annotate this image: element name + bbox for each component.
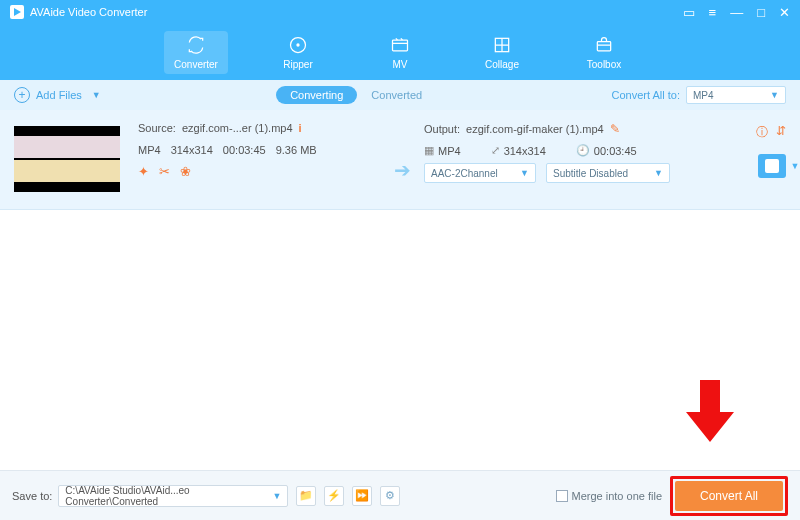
tab-label: MV	[393, 59, 408, 70]
chevron-down-icon: ▼	[92, 90, 101, 100]
window-close[interactable]: ✕	[779, 6, 790, 19]
save-path-select[interactable]: C:\AVAide Studio\AVAid...eo Converter\Co…	[58, 485, 288, 507]
chevron-down-icon: ▼	[654, 168, 663, 178]
trim-icon[interactable]: ✂	[159, 164, 170, 179]
audio-value: AAC-2Channel	[431, 168, 498, 179]
toolbox-icon	[594, 35, 614, 55]
subtitle-select[interactable]: Subtitle Disabled ▼	[546, 163, 670, 183]
source-duration: 00:03:45	[223, 144, 266, 156]
app-title: AVAide Video Converter	[30, 6, 683, 18]
chevron-down-icon: ▼	[272, 491, 281, 501]
plus-icon: +	[14, 87, 30, 103]
expand-icon: ⤢	[491, 144, 500, 157]
save-to-label: Save to:	[12, 490, 52, 502]
source-format: MP4	[138, 144, 161, 156]
subtitle-value: Subtitle Disabled	[553, 168, 628, 179]
merge-checkbox[interactable]	[556, 490, 568, 502]
feedback-icon[interactable]: ▭	[683, 6, 695, 19]
add-files-label: Add Files	[36, 89, 82, 101]
tab-collage[interactable]: Collage	[470, 31, 534, 74]
video-icon: ▦	[424, 144, 434, 157]
tab-converter[interactable]: Converter	[164, 31, 228, 74]
convert-all-to-value: MP4	[693, 90, 714, 101]
source-dimensions: 314x314	[171, 144, 213, 156]
output-dimensions: 314x314	[504, 145, 546, 157]
output-label: Output:	[424, 123, 460, 135]
tab-mv[interactable]: MV	[368, 31, 432, 74]
tab-label: Converter	[174, 59, 218, 70]
chevron-down-icon: ▼	[520, 168, 529, 178]
output-duration: 00:03:45	[594, 145, 637, 157]
info-icon[interactable]: ⓘ	[756, 124, 768, 141]
file-card: Source: ezgif.com-...er (1).mp4 i MP4 31…	[0, 110, 800, 210]
add-files-button[interactable]: + Add Files ▼	[14, 87, 101, 103]
source-filename: ezgif.com-...er (1).mp4	[182, 122, 293, 134]
tab-label: Collage	[485, 59, 519, 70]
clock-icon: 🕘	[576, 144, 590, 157]
window-minimize[interactable]: —	[730, 6, 743, 19]
window-maximize[interactable]: □	[757, 6, 765, 19]
output-format-button[interactable]	[758, 154, 786, 178]
source-size: 9.36 MB	[276, 144, 317, 156]
ripper-icon	[288, 35, 308, 55]
open-folder-button[interactable]: 📁	[296, 486, 316, 506]
edit-icon[interactable]: ✎	[610, 122, 620, 136]
mv-icon	[390, 35, 410, 55]
info-icon[interactable]: i	[299, 122, 302, 134]
svg-point-2	[296, 43, 299, 46]
converter-icon	[186, 35, 206, 55]
convert-all-to-select[interactable]: MP4 ▼	[686, 86, 786, 104]
convert-all-button[interactable]: Convert All	[675, 481, 783, 511]
enhance-icon[interactable]: ❀	[180, 164, 191, 179]
svg-marker-0	[14, 8, 21, 16]
merge-label: Merge into one file	[572, 490, 663, 502]
save-path-value: C:\AVAide Studio\AVAid...eo Converter\Co…	[65, 485, 272, 507]
convert-all-highlight: Convert All	[670, 476, 788, 516]
menu-icon[interactable]: ≡	[709, 6, 717, 19]
compress-icon[interactable]: ⇵	[776, 124, 786, 141]
output-filename: ezgif.com-gif-maker (1).mp4	[466, 123, 604, 135]
svg-rect-3	[393, 40, 408, 51]
tab-label: Ripper	[283, 59, 312, 70]
convert-all-to-label: Convert All to:	[612, 89, 680, 101]
source-label: Source:	[138, 122, 176, 134]
audio-select[interactable]: AAC-2Channel ▼	[424, 163, 536, 183]
gpu-accel-button[interactable]: ⚡	[324, 486, 344, 506]
app-logo	[10, 5, 24, 19]
output-format: MP4	[438, 145, 461, 157]
effects-icon[interactable]: ✦	[138, 164, 149, 179]
video-thumbnail[interactable]	[14, 126, 120, 192]
chevron-down-icon: ▼	[770, 90, 779, 100]
tab-toolbox[interactable]: Toolbox	[572, 31, 636, 74]
output-format-dropdown[interactable]: ▼	[790, 154, 800, 178]
collage-icon	[492, 35, 512, 55]
tab-label: Toolbox	[587, 59, 621, 70]
tab-ripper[interactable]: Ripper	[266, 31, 330, 74]
subtab-converted[interactable]: Converted	[357, 86, 436, 104]
arrow-right-icon: ➔	[394, 158, 411, 182]
svg-rect-5	[597, 41, 610, 50]
high-speed-button[interactable]: ⏩	[352, 486, 372, 506]
subtab-converting[interactable]: Converting	[276, 86, 357, 104]
settings-button[interactable]: ⚙	[380, 486, 400, 506]
attention-arrow	[682, 378, 738, 448]
